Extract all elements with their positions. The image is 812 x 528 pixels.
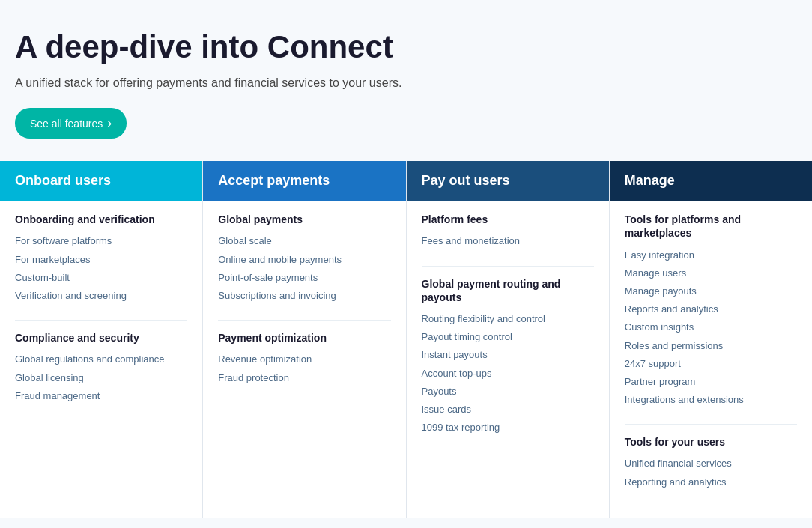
list-item[interactable]: Point-of-sale payments — [218, 269, 390, 287]
list-item[interactable]: Roles and permissions — [625, 337, 797, 355]
column-payout: Pay out usersPlatform feesFees and monet… — [407, 161, 610, 518]
column-onboard: Onboard usersOnboarding and verification… — [0, 161, 203, 518]
section-title-onboard-1: Compliance and security — [15, 331, 187, 345]
column-body-payout: Platform feesFees and monetizationGlobal… — [407, 201, 609, 518]
section-payout-1: Global payment routing and payoutsRoutin… — [422, 277, 594, 437]
list-item[interactable]: Integrations and extensions — [625, 391, 797, 409]
list-item[interactable]: Manage users — [625, 264, 797, 282]
section-divider — [218, 320, 390, 321]
section-manage-1: Tools for your usersUnified financial se… — [625, 435, 797, 491]
list-item[interactable]: Global scale — [218, 232, 390, 250]
list-item[interactable]: Reporting and analytics — [625, 473, 797, 491]
list-item[interactable]: Revenue optimization — [218, 351, 390, 368]
section-divider — [15, 320, 187, 321]
section-title-payout-1: Global payment routing and payouts — [422, 277, 594, 304]
list-item[interactable]: Payouts — [422, 383, 594, 401]
section-divider — [422, 266, 594, 267]
section-title-manage-0: Tools for platforms and marketplaces — [625, 213, 797, 240]
column-manage: ManageTools for platforms and marketplac… — [610, 161, 812, 518]
list-item[interactable]: 1099 tax reporting — [422, 419, 594, 437]
list-item[interactable]: Unified financial services — [625, 455, 797, 473]
list-item[interactable]: 24x7 support — [625, 355, 797, 373]
hero-section: A deep-dive into Connect A unified stack… — [0, 0, 812, 161]
column-header-accept: Accept payments — [203, 161, 405, 201]
list-item[interactable]: Routing flexibility and control — [422, 310, 594, 328]
column-body-accept: Global paymentsGlobal scaleOnline and mo… — [203, 201, 405, 518]
list-item[interactable]: Payout timing control — [422, 328, 594, 346]
column-body-onboard: Onboarding and verificationFor software … — [0, 201, 202, 518]
list-item[interactable]: For marketplaces — [15, 251, 187, 269]
column-body-manage: Tools for platforms and marketplacesEasy… — [610, 201, 812, 518]
list-item[interactable]: Global regulations and compliance — [15, 351, 187, 368]
column-accept: Accept paymentsGlobal paymentsGlobal sca… — [203, 161, 406, 518]
section-title-onboard-0: Onboarding and verification — [15, 213, 187, 226]
list-item[interactable]: Easy integration — [625, 246, 797, 264]
list-item[interactable]: Subscriptions and invoicing — [218, 287, 390, 305]
list-item[interactable]: For software platforms — [15, 232, 187, 250]
section-payout-0: Platform feesFees and monetization — [422, 213, 594, 250]
hero-subtitle: A unified stack for offering payments an… — [15, 76, 797, 90]
section-title-payout-0: Platform fees — [422, 213, 594, 226]
page-title: A deep-dive into Connect — [15, 30, 797, 64]
list-item[interactable]: Partner program — [625, 373, 797, 391]
see-all-features-button[interactable]: See all features — [15, 108, 127, 139]
list-item[interactable]: Custom-built — [15, 269, 187, 287]
list-item[interactable]: Custom insights — [625, 318, 797, 336]
columns-container: Onboard usersOnboarding and verification… — [0, 161, 812, 518]
column-header-payout: Pay out users — [407, 161, 609, 201]
section-accept-0: Global paymentsGlobal scaleOnline and mo… — [218, 213, 390, 305]
section-accept-1: Payment optimizationRevenue optimization… — [218, 331, 390, 387]
list-item[interactable]: Fees and monetization — [422, 232, 594, 250]
list-item[interactable]: Issue cards — [422, 401, 594, 419]
section-manage-0: Tools for platforms and marketplacesEasy… — [625, 213, 797, 409]
list-item[interactable]: Global licensing — [15, 369, 187, 387]
list-item[interactable]: Online and mobile payments — [218, 251, 390, 269]
list-item[interactable]: Manage payouts — [625, 282, 797, 300]
list-item[interactable]: Reports and analytics — [625, 300, 797, 318]
column-header-manage: Manage — [610, 161, 812, 201]
list-item[interactable]: Fraud protection — [218, 369, 390, 387]
section-title-accept-0: Global payments — [218, 213, 390, 226]
list-item[interactable]: Account top-ups — [422, 365, 594, 383]
section-onboard-0: Onboarding and verificationFor software … — [15, 213, 187, 305]
list-item[interactable]: Fraud management — [15, 387, 187, 405]
section-title-accept-1: Payment optimization — [218, 331, 390, 345]
section-onboard-1: Compliance and securityGlobal regulation… — [15, 331, 187, 405]
column-header-onboard: Onboard users — [0, 161, 202, 201]
list-item[interactable]: Instant payouts — [422, 346, 594, 364]
list-item[interactable]: Verification and screening — [15, 287, 187, 305]
section-title-manage-1: Tools for your users — [625, 435, 797, 449]
section-divider — [625, 424, 797, 425]
